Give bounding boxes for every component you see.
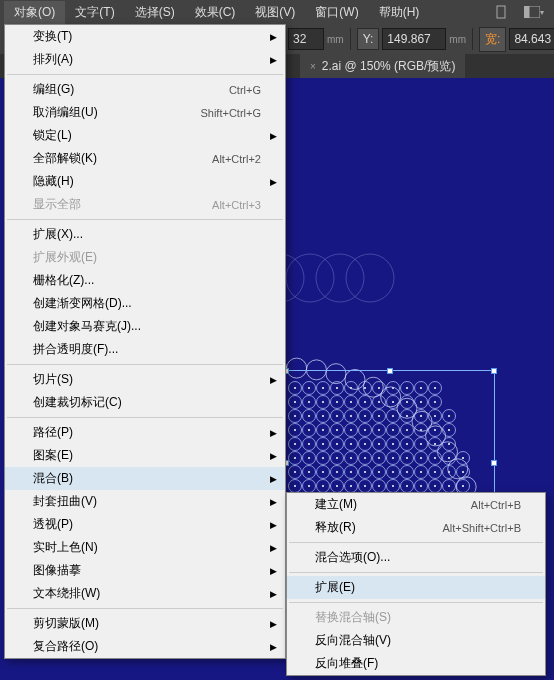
menu-item-label: 取消编组(U) [33,104,200,121]
submenu-arrow-icon: ▶ [270,375,277,385]
menu-item-封套扭曲v[interactable]: 封套扭曲(V)▶ [5,490,285,513]
menu-item-拼合透明度f[interactable]: 拼合透明度(F)... [5,338,285,361]
menu-item-创建对象马赛克j[interactable]: 创建对象马赛克(J)... [5,315,285,338]
menu-effect[interactable]: 效果(C) [185,1,246,24]
menu-item-label: 混合选项(O)... [315,549,521,566]
width-input[interactable]: 84.643 [509,28,554,50]
menu-item-实时上色n[interactable]: 实时上色(N)▶ [5,536,285,559]
menu-item-label: 复合路径(O) [33,638,261,655]
menu-item-label: 排列(A) [33,51,261,68]
menu-item-排列a[interactable]: 排列(A)▶ [5,48,285,71]
menu-item-变换t[interactable]: 变换(T)▶ [5,25,285,48]
shortcut-label: Alt+Ctrl+3 [212,199,261,211]
menu-item-锁定l[interactable]: 锁定(L)▶ [5,124,285,147]
menu-item-创建裁切标记c[interactable]: 创建裁切标记(C) [5,391,285,414]
tab-label: 2.ai @ 150% (RGB/预览) [322,58,456,75]
menu-item-label: 锁定(L) [33,127,261,144]
menu-item-取消编组u[interactable]: 取消编组(U)Shift+Ctrl+G [5,101,285,124]
y-input[interactable]: 149.867 [382,28,446,50]
menu-item-扩展外观e: 扩展外观(E) [5,246,285,269]
menu-item-透视p[interactable]: 透视(P)▶ [5,513,285,536]
menu-item-扩展e[interactable]: 扩展(E) [287,576,545,599]
menu-item-label: 隐藏(H) [33,173,261,190]
submenu-arrow-icon: ▶ [270,520,277,530]
menu-item-label: 反向堆叠(F) [315,655,521,672]
menu-item-label: 混合(B) [33,470,261,487]
blend-submenu: 建立(M)Alt+Ctrl+B释放(R)Alt+Shift+Ctrl+B混合选项… [286,492,546,676]
menu-item-label: 释放(R) [315,519,442,536]
menu-item-栅格化z[interactable]: 栅格化(Z)... [5,269,285,292]
menu-select[interactable]: 选择(S) [125,1,185,24]
svg-point-6 [346,254,394,302]
menu-item-图案e[interactable]: 图案(E)▶ [5,444,285,467]
shortcut-label: Alt+Ctrl+B [471,499,521,511]
unit-x: mm [327,34,344,45]
close-icon[interactable]: × [310,61,316,72]
menu-item-扩展x[interactable]: 扩展(X)... [5,223,285,246]
menu-item-全部解锁k[interactable]: 全部解锁(K)Alt+Ctrl+2 [5,147,285,170]
menu-item-label: 文本绕排(W) [33,585,261,602]
width-label: 宽: [479,27,506,52]
x-value-partial[interactable]: 32 [288,28,324,50]
menu-item-图像描摹[interactable]: 图像描摹▶ [5,559,285,582]
handle-mr[interactable] [491,460,497,466]
submenu-arrow-icon: ▶ [270,589,277,599]
svg-point-5 [316,254,364,302]
menu-item-建立m[interactable]: 建立(M)Alt+Ctrl+B [287,493,545,516]
menu-item-label: 全部解锁(K) [33,150,212,167]
menu-item-文本绕排w[interactable]: 文本绕排(W)▶ [5,582,285,605]
submenu-arrow-icon: ▶ [270,474,277,484]
menu-object[interactable]: 对象(O) [4,1,65,24]
menu-item-剪切蒙版m[interactable]: 剪切蒙版(M)▶ [5,612,285,635]
shortcut-label: Alt+Shift+Ctrl+B [442,522,521,534]
menu-item-隐藏h[interactable]: 隐藏(H)▶ [5,170,285,193]
menu-item-label: 透视(P) [33,516,261,533]
shortcut-label: Alt+Ctrl+2 [212,153,261,165]
menu-item-复合路径o[interactable]: 复合路径(O)▶ [5,635,285,658]
menu-item-替换混合轴s: 替换混合轴(S) [287,606,545,629]
menubar: 对象(O) 文字(T) 选择(S) 效果(C) 视图(V) 窗口(W) 帮助(H… [0,0,554,24]
menu-window[interactable]: 窗口(W) [305,1,368,24]
layout-icon[interactable]: ▾ [524,4,544,20]
menu-item-label: 切片(S) [33,371,261,388]
submenu-arrow-icon: ▶ [270,642,277,652]
handle-tr[interactable] [491,368,497,374]
menu-item-label: 创建裁切标记(C) [33,394,261,411]
menu-item-label: 扩展(E) [315,579,521,596]
submenu-arrow-icon: ▶ [270,566,277,576]
menu-item-label: 建立(M) [315,496,471,513]
menu-item-混合选项o[interactable]: 混合选项(O)... [287,546,545,569]
menu-item-label: 图像描摹 [33,562,261,579]
menu-item-释放r[interactable]: 释放(R)Alt+Shift+Ctrl+B [287,516,545,539]
svg-point-4 [286,254,334,302]
shortcut-label: Shift+Ctrl+G [200,107,261,119]
menu-item-label: 替换混合轴(S) [315,609,521,626]
submenu-arrow-icon: ▶ [270,451,277,461]
menu-item-label: 创建渐变网格(D)... [33,295,261,312]
menu-item-label: 路径(P) [33,424,261,441]
handle-tm[interactable] [387,368,393,374]
menu-item-反向堆叠f[interactable]: 反向堆叠(F) [287,652,545,675]
menu-item-混合b[interactable]: 混合(B)▶ [5,467,285,490]
menu-item-label: 拼合透明度(F)... [33,341,261,358]
menu-item-label: 剪切蒙版(M) [33,615,261,632]
menu-item-label: 编组(G) [33,81,229,98]
submenu-arrow-icon: ▶ [270,497,277,507]
menu-item-路径p[interactable]: 路径(P)▶ [5,421,285,444]
submenu-arrow-icon: ▶ [270,177,277,187]
menu-item-切片s[interactable]: 切片(S)▶ [5,368,285,391]
menu-item-创建渐变网格d[interactable]: 创建渐变网格(D)... [5,292,285,315]
menu-item-label: 栅格化(Z)... [33,272,261,289]
menu-item-label: 扩展(X)... [33,226,261,243]
menu-view[interactable]: 视图(V) [245,1,305,24]
tab-document-2[interactable]: × 2.ai @ 150% (RGB/预览) [300,54,465,79]
document-icon[interactable] [492,4,512,20]
shortcut-label: Ctrl+G [229,84,261,96]
y-label: Y: [357,28,380,50]
menu-help[interactable]: 帮助(H) [369,1,430,24]
submenu-arrow-icon: ▶ [270,55,277,65]
menu-item-编组g[interactable]: 编组(G)Ctrl+G [5,78,285,101]
menu-item-显示全部: 显示全部Alt+Ctrl+3 [5,193,285,216]
menu-item-反向混合轴v[interactable]: 反向混合轴(V) [287,629,545,652]
menu-type[interactable]: 文字(T) [65,1,124,24]
